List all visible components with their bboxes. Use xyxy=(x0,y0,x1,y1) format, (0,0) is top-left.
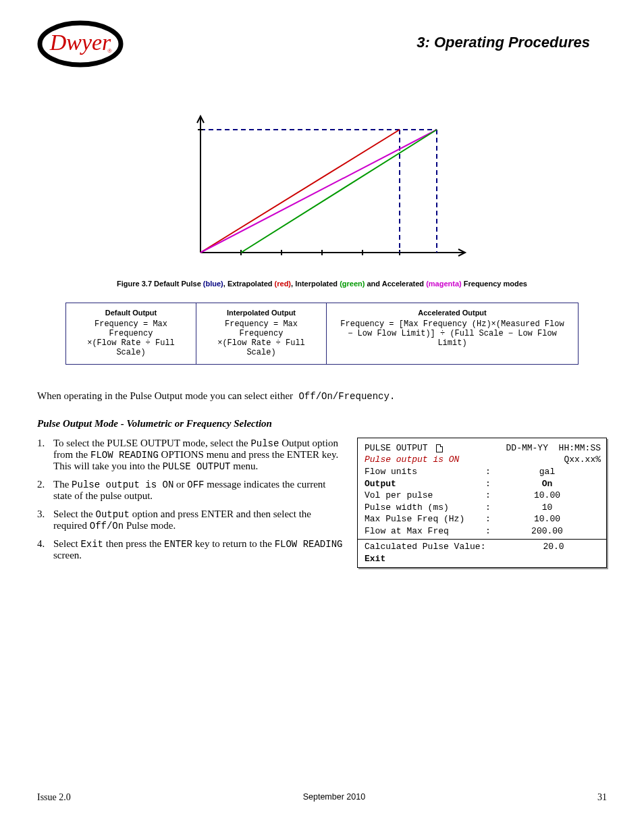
s4-mid2: key to return to the xyxy=(192,538,275,549)
chart-caption: Figure 3.7 Default Pulse (blue), Extrapo… xyxy=(37,280,607,288)
page-footer: Issue 2.0 September 2010 31 xyxy=(37,792,607,803)
s3-end: Pulse mode. xyxy=(124,520,176,531)
k-pw: Pulse width (ms) xyxy=(365,502,483,514)
formula-cell-default: Default Output Frequency = Max Frequency… xyxy=(66,303,196,365)
panel-title: PULSE OUTPUT xyxy=(365,442,428,454)
step-1: 1. To select the PULSE OUTPUT mode, sele… xyxy=(37,438,344,472)
s1-po: PULSE OUTPUT xyxy=(163,461,231,472)
s4-end: screen. xyxy=(53,550,82,561)
caption-green: (green) xyxy=(338,280,365,288)
k-flowunits: Flow units xyxy=(365,466,483,478)
narrative-line: When operating in the Pulse Output mode … xyxy=(37,389,607,403)
formula-eq-3: Frequency = [Max Frequency (Hz)×(Measure… xyxy=(340,319,564,348)
v-cpv: 20.0 xyxy=(506,541,601,553)
panel-date: DD-MM-YY xyxy=(506,443,548,453)
step-3: 3. Select the Output option and press EN… xyxy=(37,509,344,531)
narrative-mono: Off/On/Frequency. xyxy=(293,391,395,402)
section-title: 3: Operating Procedures xyxy=(417,34,590,51)
s4-enter: ENTER xyxy=(164,539,192,550)
s2-pois: Pulse output is ON xyxy=(72,479,173,490)
pulse-output-panel: PULSE OUTPUT DD-MM-YY HH:MM:SS Pulse out… xyxy=(357,438,607,568)
svg-line-13 xyxy=(200,130,400,253)
s4-mid: then press the xyxy=(103,538,164,549)
s1-end: menu. xyxy=(230,461,258,471)
step-2: 2. The Pulse output is ON or OFF message… xyxy=(37,479,344,502)
formula-table: Default Output Frequency = Max Frequency… xyxy=(65,303,579,365)
formula-head-2: Interpolated Output xyxy=(200,309,322,317)
brand-logo: Dwyer ® xyxy=(37,20,124,70)
formula-eq-1: Frequency = Max Frequency×(Flow Rate ÷ F… xyxy=(87,319,175,357)
footer-issue: Issue 2.0 xyxy=(37,792,71,803)
s3-output: Output xyxy=(95,509,129,520)
s1-pulse: Pulse xyxy=(250,438,279,449)
sd-card-icon xyxy=(436,444,443,452)
svg-line-14 xyxy=(200,130,437,253)
s2-sep: or xyxy=(173,479,187,490)
s3-pre: Select the xyxy=(53,509,95,519)
caption-extrap: , Extrapolated xyxy=(223,280,273,288)
caption-accel: and Accelerated xyxy=(365,280,424,288)
caption-interp: , Interpolated xyxy=(291,280,338,288)
svg-text:®: ® xyxy=(107,47,112,54)
caption-blue: (blue) xyxy=(201,280,223,288)
frequency-mode-chart xyxy=(173,104,471,276)
v-pw: 10 xyxy=(493,502,601,514)
panel-q: Qxx.xx% xyxy=(564,454,601,466)
s1-flow: FLOW READING xyxy=(90,450,159,461)
s4-exit: Exit xyxy=(80,539,103,550)
panel-exit: Exit xyxy=(365,553,601,565)
s1-pre: To select the PULSE OUTPUT mode, select … xyxy=(53,438,250,448)
footer-page: 31 xyxy=(597,792,607,803)
formula-head-3: Accelerated Output xyxy=(331,309,574,317)
formula-cell-interp: Interpolated Output Frequency = Max Freq… xyxy=(196,303,327,365)
steps-heading: Pulse Output Mode - Volumetric or Freque… xyxy=(37,418,607,429)
formula-cell-accel: Accelerated Output Frequency = [Max Freq… xyxy=(327,303,579,365)
formula-eq-2: Frequency = Max Frequency×(Flow Rate ÷ F… xyxy=(217,319,305,357)
panel-time: HH:MM:SS xyxy=(559,443,601,453)
v-flowunits: gal xyxy=(493,466,601,478)
formula-head-1: Default Output xyxy=(70,309,192,317)
k-output: Output xyxy=(365,478,483,490)
svg-text:Dwyer: Dwyer xyxy=(49,30,111,55)
s4-pre: Select xyxy=(53,538,80,549)
v-mpf: 10.00 xyxy=(493,513,601,525)
k-famf: Flow at Max Freq xyxy=(365,525,483,538)
k-cpv: Calculated Pulse Value: xyxy=(365,541,506,553)
s2-pre: The xyxy=(53,479,72,490)
caption-prefix: Figure 3.7 Default Pulse xyxy=(117,280,201,288)
s2-off: OFF xyxy=(187,479,204,490)
k-vpp: Vol per pulse xyxy=(365,490,483,502)
k-mpf: Max Pulse Freq (Hz) xyxy=(365,513,483,525)
caption-suffix: Frequency modes xyxy=(462,280,527,288)
s4-fr: FLOW READING xyxy=(275,539,343,550)
v-output: On xyxy=(493,478,601,490)
svg-line-15 xyxy=(241,130,437,253)
caption-magenta: (magenta) xyxy=(424,280,462,288)
v-famf: 200.00 xyxy=(493,525,601,538)
step-4: 4. Select Exit then press the ENTER key … xyxy=(37,538,344,561)
footer-date: September 2010 xyxy=(303,792,365,803)
narrative-text: When operating in the Pulse Output mode … xyxy=(37,390,293,401)
panel-status: Pulse output is ON xyxy=(365,454,459,466)
caption-red: (red) xyxy=(273,280,292,288)
v-vpp: 10.00 xyxy=(493,490,601,502)
s3-onoff: Off/On xyxy=(90,521,124,531)
